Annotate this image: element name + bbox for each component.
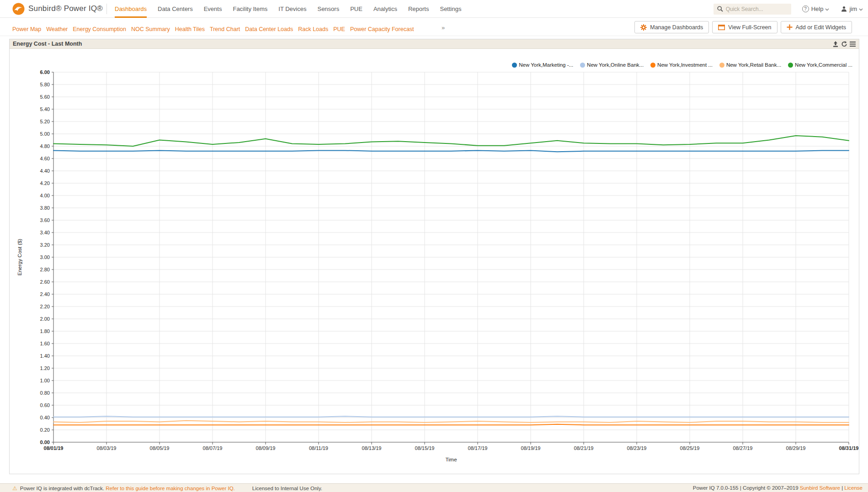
- dashboard-link-power-map[interactable]: Power Map: [12, 26, 41, 32]
- fullscreen-icon: [718, 25, 725, 30]
- svg-text:2.60: 2.60: [40, 279, 50, 285]
- chevron-down-icon: [859, 5, 863, 12]
- search-input[interactable]: [726, 6, 785, 12]
- panel-icons: [832, 41, 856, 47]
- svg-text:1.80: 1.80: [40, 328, 50, 334]
- svg-text:0.40: 0.40: [40, 415, 50, 420]
- dashboard-link-rack-loads[interactable]: Rack Loads: [298, 26, 328, 32]
- add-or-edit-widgets-button[interactable]: Add or Edit Widgets: [781, 21, 852, 33]
- svg-text:0.20: 0.20: [40, 427, 50, 433]
- svg-text:4.80: 4.80: [40, 143, 50, 149]
- svg-text:1.40: 1.40: [40, 353, 50, 359]
- energy-cost-panel: Energy Cost - Last Month New York,Market…: [9, 39, 859, 474]
- svg-text:4.20: 4.20: [40, 180, 50, 186]
- user-icon: [841, 6, 847, 12]
- svg-text:08/27/19: 08/27/19: [733, 445, 753, 451]
- warning-icon: ⚠: [12, 485, 17, 492]
- panel-body: New York,Marketing -...New York,Online B…: [10, 49, 859, 474]
- svg-text:08/01/19: 08/01/19: [44, 445, 64, 451]
- svg-text:0.80: 0.80: [40, 390, 50, 396]
- search-icon: [717, 6, 723, 12]
- svg-text:4.40: 4.40: [40, 168, 50, 174]
- nav-item-it-devices[interactable]: IT Devices: [278, 0, 306, 18]
- user-label: jim: [849, 5, 857, 12]
- license-link[interactable]: License: [844, 485, 863, 491]
- manage-dashboards-button[interactable]: Manage Dashboards: [634, 21, 709, 33]
- svg-text:1.20: 1.20: [40, 365, 50, 371]
- nav-item-reports[interactable]: Reports: [408, 0, 429, 18]
- footer-left: ⚠ Power IQ is integrated with dcTrack. R…: [12, 485, 322, 492]
- license-text: Licensed to Internal Use Only.: [252, 486, 322, 491]
- brand-title: Sunbird® Power IQ®: [28, 4, 103, 13]
- integration-link[interactable]: Refer to this guide before making change…: [106, 486, 235, 491]
- svg-text:08/19/19: 08/19/19: [521, 445, 541, 451]
- svg-text:1.60: 1.60: [40, 341, 50, 346]
- svg-text:08/29/19: 08/29/19: [786, 445, 806, 451]
- svg-text:08/15/19: 08/15/19: [415, 445, 435, 451]
- separator: |: [841, 485, 843, 491]
- svg-text:3.20: 3.20: [40, 242, 50, 248]
- svg-text:4.60: 4.60: [40, 156, 50, 161]
- svg-text:08/05/19: 08/05/19: [150, 445, 170, 451]
- gear-icon: [640, 24, 647, 31]
- chevron-down-icon: [825, 5, 829, 12]
- svg-text:5.60: 5.60: [40, 94, 50, 100]
- svg-text:6.00: 6.00: [40, 69, 50, 75]
- help-menu[interactable]: ? Help: [802, 5, 830, 12]
- dashboard-links: Power MapWeatherEnergy ConsumptionNOC Su…: [12, 18, 414, 36]
- svg-text:08/07/19: 08/07/19: [203, 445, 223, 451]
- plus-icon: [787, 24, 793, 30]
- help-label: Help: [811, 5, 824, 12]
- dashboard-link-data-center-loads[interactable]: Data Center Loads: [245, 26, 293, 32]
- svg-text:08/09/19: 08/09/19: [256, 445, 276, 451]
- energy-cost-chart: 0.000.200.400.600.801.001.201.401.601.80…: [10, 49, 859, 474]
- nav-item-sensors[interactable]: Sensors: [317, 0, 339, 18]
- nav-item-events[interactable]: Events: [204, 0, 222, 18]
- svg-text:08/13/19: 08/13/19: [362, 445, 382, 451]
- topbar-right: ? Help jim: [714, 0, 863, 18]
- dashboard-link-energy-consumption[interactable]: Energy Consumption: [73, 26, 126, 32]
- dashboard-link-power-capacity-forecast[interactable]: Power Capacity Forecast: [350, 26, 414, 32]
- dashboard-link-trend-chart[interactable]: Trend Chart: [210, 26, 240, 32]
- dashboard-link-pue[interactable]: PUE: [333, 26, 345, 32]
- dashboard-link-weather[interactable]: Weather: [46, 26, 68, 32]
- footer-bar: ⚠ Power IQ is integrated with dcTrack. R…: [0, 483, 868, 492]
- dashboard-link-noc-summary[interactable]: NOC Summary: [131, 26, 170, 32]
- overflow-indicator[interactable]: »: [442, 24, 445, 31]
- dashboard-toolbar: Power MapWeatherEnergy ConsumptionNOC Su…: [0, 18, 868, 36]
- nav-item-dashboards[interactable]: Dashboards: [115, 0, 147, 18]
- vendor-link[interactable]: Sunbird Software: [800, 485, 840, 491]
- refresh-icon[interactable]: [841, 41, 847, 47]
- svg-text:3.60: 3.60: [40, 217, 50, 223]
- svg-text:4.00: 4.00: [40, 193, 50, 198]
- menu-icon[interactable]: [850, 42, 856, 47]
- panel-title: Energy Cost - Last Month: [13, 41, 82, 47]
- nav-item-settings[interactable]: Settings: [440, 0, 461, 18]
- sunbird-logo-icon: [12, 3, 25, 15]
- nav-item-facility-items[interactable]: Facility Items: [233, 0, 267, 18]
- svg-text:3.00: 3.00: [40, 254, 50, 260]
- footer-right: Power IQ 7.0.0-155 | Copyright © 2007–20…: [693, 485, 863, 491]
- user-menu[interactable]: jim: [841, 5, 863, 12]
- svg-text:08/23/19: 08/23/19: [627, 445, 647, 451]
- nav-item-analytics[interactable]: Analytics: [373, 0, 397, 18]
- svg-text:08/03/19: 08/03/19: [97, 445, 117, 451]
- button-label: Add or Edit Widgets: [796, 24, 846, 31]
- nav-item-pue[interactable]: PUE: [350, 0, 362, 18]
- svg-text:5.20: 5.20: [40, 119, 50, 124]
- svg-text:3.40: 3.40: [40, 230, 50, 235]
- version-text: Power IQ 7.0.0-155 | Copyright © 2007–20…: [693, 485, 799, 491]
- search-box[interactable]: [714, 4, 791, 15]
- svg-text:2.00: 2.00: [40, 316, 50, 322]
- svg-text:2.80: 2.80: [40, 267, 50, 272]
- svg-text:3.80: 3.80: [40, 205, 50, 211]
- divider: [107, 4, 107, 14]
- view-full-screen-button[interactable]: View Full-Screen: [712, 21, 777, 33]
- dashboard-link-health-tiles[interactable]: Health Tiles: [175, 26, 205, 32]
- integration-text: Power IQ is integrated with dcTrack.: [20, 486, 104, 491]
- svg-text:08/25/19: 08/25/19: [680, 445, 700, 451]
- svg-text:1.00: 1.00: [40, 378, 50, 383]
- export-icon[interactable]: [832, 41, 839, 47]
- button-label: View Full-Screen: [728, 24, 771, 31]
- nav-item-data-centers[interactable]: Data Centers: [158, 0, 193, 18]
